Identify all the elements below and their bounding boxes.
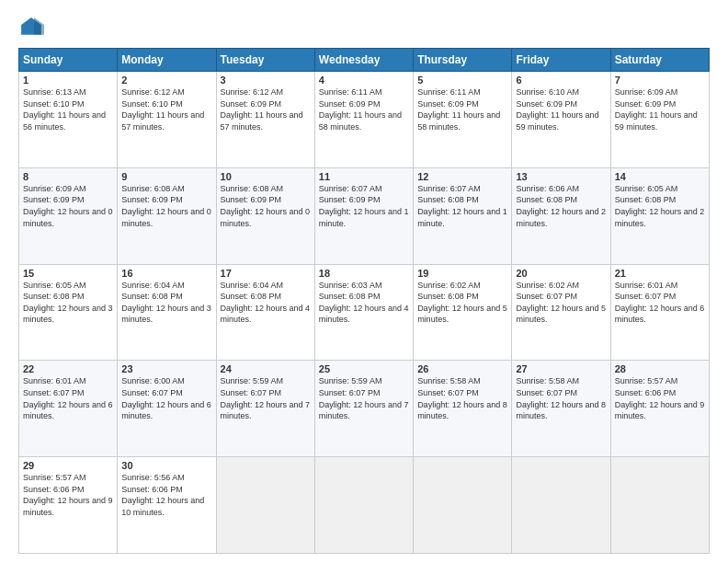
day-details: Sunrise: 5:56 AM Sunset: 6:06 PM Dayligh…: [121, 472, 211, 518]
calendar-cell: 26 Sunrise: 5:58 AM Sunset: 6:07 PM Dayl…: [414, 361, 512, 457]
day-number: 29: [23, 460, 113, 471]
day-details: Sunrise: 6:11 AM Sunset: 6:09 PM Dayligh…: [417, 86, 507, 132]
day-details: Sunrise: 6:09 AM Sunset: 6:09 PM Dayligh…: [615, 86, 705, 132]
day-number: 14: [615, 171, 705, 182]
week-row-4: 22 Sunrise: 6:01 AM Sunset: 6:07 PM Dayl…: [19, 361, 710, 457]
calendar-cell: 12 Sunrise: 6:07 AM Sunset: 6:08 PM Dayl…: [414, 167, 512, 264]
day-number: 20: [516, 268, 606, 279]
calendar-cell: 23 Sunrise: 6:00 AM Sunset: 6:07 PM Dayl…: [118, 361, 216, 457]
week-row-5: 29 Sunrise: 5:57 AM Sunset: 6:06 PM Dayl…: [19, 457, 710, 554]
day-number: 8: [23, 171, 113, 182]
calendar-cell: 8 Sunrise: 6:09 AM Sunset: 6:09 PM Dayli…: [19, 167, 118, 264]
day-number: 5: [417, 75, 507, 86]
day-header-monday: Monday: [118, 49, 216, 72]
day-details: Sunrise: 6:07 AM Sunset: 6:09 PM Dayligh…: [319, 183, 409, 229]
calendar-cell: [314, 457, 413, 554]
day-details: Sunrise: 6:04 AM Sunset: 6:08 PM Dayligh…: [121, 280, 211, 326]
calendar-cell: 20 Sunrise: 6:02 AM Sunset: 6:07 PM Dayl…: [512, 264, 610, 361]
day-number: 24: [221, 363, 311, 374]
day-number: 9: [121, 171, 211, 182]
logo-icon: [18, 15, 44, 40]
day-details: Sunrise: 5:57 AM Sunset: 6:06 PM Dayligh…: [615, 375, 705, 421]
calendar-cell: 10 Sunrise: 6:08 AM Sunset: 6:09 PM Dayl…: [216, 167, 314, 264]
day-details: Sunrise: 6:01 AM Sunset: 6:07 PM Dayligh…: [615, 280, 705, 326]
day-header-saturday: Saturday: [610, 49, 709, 72]
day-details: Sunrise: 5:58 AM Sunset: 6:07 PM Dayligh…: [417, 375, 507, 421]
calendar-cell: 19 Sunrise: 6:02 AM Sunset: 6:08 PM Dayl…: [414, 264, 512, 361]
calendar-cell: 27 Sunrise: 5:58 AM Sunset: 6:07 PM Dayl…: [512, 361, 610, 457]
day-number: 16: [121, 268, 211, 279]
header: [18, 15, 710, 40]
calendar-cell: 21 Sunrise: 6:01 AM Sunset: 6:07 PM Dayl…: [610, 264, 709, 361]
day-details: Sunrise: 6:05 AM Sunset: 6:08 PM Dayligh…: [615, 183, 705, 229]
day-details: Sunrise: 5:59 AM Sunset: 6:07 PM Dayligh…: [319, 375, 409, 421]
calendar-cell: 7 Sunrise: 6:09 AM Sunset: 6:09 PM Dayli…: [610, 72, 709, 168]
day-number: 30: [121, 460, 211, 471]
day-number: 10: [221, 171, 311, 182]
calendar-cell: 29 Sunrise: 5:57 AM Sunset: 6:06 PM Dayl…: [19, 457, 118, 554]
day-details: Sunrise: 6:05 AM Sunset: 6:08 PM Dayligh…: [23, 280, 113, 326]
calendar-cell: [610, 457, 709, 554]
week-row-2: 8 Sunrise: 6:09 AM Sunset: 6:09 PM Dayli…: [19, 167, 710, 264]
day-details: Sunrise: 6:03 AM Sunset: 6:08 PM Dayligh…: [319, 280, 409, 326]
day-details: Sunrise: 6:12 AM Sunset: 6:10 PM Dayligh…: [121, 86, 211, 132]
day-details: Sunrise: 6:01 AM Sunset: 6:07 PM Dayligh…: [23, 375, 113, 421]
day-details: Sunrise: 6:02 AM Sunset: 6:08 PM Dayligh…: [417, 280, 507, 326]
calendar-cell: 2 Sunrise: 6:12 AM Sunset: 6:10 PM Dayli…: [118, 72, 216, 168]
logo: [18, 15, 48, 40]
day-header-tuesday: Tuesday: [216, 49, 314, 72]
day-number: 1: [23, 75, 113, 86]
calendar-cell: 28 Sunrise: 5:57 AM Sunset: 6:06 PM Dayl…: [610, 361, 709, 457]
calendar-cell: 4 Sunrise: 6:11 AM Sunset: 6:09 PM Dayli…: [314, 72, 413, 168]
calendar-cell: [216, 457, 314, 554]
calendar-cell: 25 Sunrise: 5:59 AM Sunset: 6:07 PM Dayl…: [314, 361, 413, 457]
day-details: Sunrise: 5:58 AM Sunset: 6:07 PM Dayligh…: [516, 375, 606, 421]
calendar-cell: [512, 457, 610, 554]
day-number: 26: [417, 363, 507, 374]
day-details: Sunrise: 6:13 AM Sunset: 6:10 PM Dayligh…: [23, 86, 113, 132]
calendar-cell: 13 Sunrise: 6:06 AM Sunset: 6:08 PM Dayl…: [512, 167, 610, 264]
day-header-wednesday: Wednesday: [314, 49, 413, 72]
day-number: 13: [516, 171, 606, 182]
day-number: 7: [615, 75, 705, 86]
day-header-sunday: Sunday: [19, 49, 118, 72]
day-details: Sunrise: 6:02 AM Sunset: 6:07 PM Dayligh…: [516, 280, 606, 326]
calendar-cell: 11 Sunrise: 6:07 AM Sunset: 6:09 PM Dayl…: [314, 167, 413, 264]
day-details: Sunrise: 5:59 AM Sunset: 6:07 PM Dayligh…: [221, 375, 311, 421]
calendar-cell: 14 Sunrise: 6:05 AM Sunset: 6:08 PM Dayl…: [610, 167, 709, 264]
day-number: 28: [615, 363, 705, 374]
day-details: Sunrise: 6:04 AM Sunset: 6:08 PM Dayligh…: [221, 280, 311, 326]
day-details: Sunrise: 6:09 AM Sunset: 6:09 PM Dayligh…: [23, 183, 113, 229]
day-details: Sunrise: 6:00 AM Sunset: 6:07 PM Dayligh…: [121, 375, 211, 421]
day-number: 17: [221, 268, 311, 279]
page: SundayMondayTuesdayWednesdayThursdayFrid…: [0, 0, 728, 563]
day-number: 6: [516, 75, 606, 86]
calendar-cell: 30 Sunrise: 5:56 AM Sunset: 6:06 PM Dayl…: [118, 457, 216, 554]
day-details: Sunrise: 6:08 AM Sunset: 6:09 PM Dayligh…: [121, 183, 211, 229]
day-details: Sunrise: 6:07 AM Sunset: 6:08 PM Dayligh…: [417, 183, 507, 229]
day-number: 12: [417, 171, 507, 182]
day-details: Sunrise: 6:08 AM Sunset: 6:09 PM Dayligh…: [221, 183, 311, 229]
week-row-3: 15 Sunrise: 6:05 AM Sunset: 6:08 PM Dayl…: [19, 264, 710, 361]
day-details: Sunrise: 6:11 AM Sunset: 6:09 PM Dayligh…: [319, 86, 409, 132]
day-details: Sunrise: 5:57 AM Sunset: 6:06 PM Dayligh…: [23, 472, 113, 518]
calendar-cell: 24 Sunrise: 5:59 AM Sunset: 6:07 PM Dayl…: [216, 361, 314, 457]
calendar-cell: 1 Sunrise: 6:13 AM Sunset: 6:10 PM Dayli…: [19, 72, 118, 168]
svg-marker-1: [34, 17, 44, 35]
day-number: 19: [417, 268, 507, 279]
day-number: 3: [221, 75, 311, 86]
calendar-cell: 9 Sunrise: 6:08 AM Sunset: 6:09 PM Dayli…: [118, 167, 216, 264]
day-number: 11: [319, 171, 409, 182]
day-number: 21: [615, 268, 705, 279]
calendar-table: SundayMondayTuesdayWednesdayThursdayFrid…: [18, 48, 710, 554]
day-number: 4: [319, 75, 409, 86]
calendar-cell: 15 Sunrise: 6:05 AM Sunset: 6:08 PM Dayl…: [19, 264, 118, 361]
calendar-cell: [414, 457, 512, 554]
calendar-cell: 16 Sunrise: 6:04 AM Sunset: 6:08 PM Dayl…: [118, 264, 216, 361]
calendar-cell: 22 Sunrise: 6:01 AM Sunset: 6:07 PM Dayl…: [19, 361, 118, 457]
day-number: 15: [23, 268, 113, 279]
day-header-thursday: Thursday: [414, 49, 512, 72]
calendar-cell: 6 Sunrise: 6:10 AM Sunset: 6:09 PM Dayli…: [512, 72, 610, 168]
day-number: 18: [319, 268, 409, 279]
day-number: 22: [23, 363, 113, 374]
